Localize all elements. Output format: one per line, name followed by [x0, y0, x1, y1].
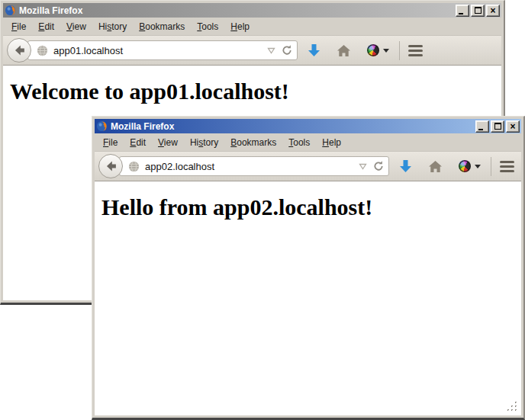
- back-button[interactable]: [7, 38, 31, 63]
- menu-help[interactable]: Help: [224, 19, 256, 34]
- navigation-toolbar: app01.localhost: [3, 35, 501, 66]
- minimize-button[interactable]: [456, 5, 469, 17]
- download-icon[interactable]: [399, 159, 412, 173]
- menu-edit[interactable]: Edit: [124, 135, 152, 150]
- chevron-down-icon: [383, 49, 389, 53]
- window-title: Mozilla Firefox: [19, 5, 454, 16]
- firefox-icon: [96, 120, 108, 132]
- page-heading: Welcome to app01.localhost!: [10, 79, 501, 104]
- menu-view[interactable]: View: [152, 135, 184, 150]
- menu-icon[interactable]: [500, 161, 514, 172]
- resize-grip[interactable]: [507, 402, 518, 412]
- back-arrow-icon: [11, 42, 27, 59]
- urlbar-dropdown-icon[interactable]: [267, 47, 275, 54]
- titlebar[interactable]: Mozilla Firefox ×: [3, 3, 501, 18]
- reload-icon[interactable]: [281, 44, 293, 56]
- window-title: Mozilla Firefox: [111, 121, 474, 132]
- close-icon: ×: [510, 123, 515, 130]
- page-heading: Hello from app02.localhost!: [101, 194, 521, 220]
- minimize-button[interactable]: [475, 120, 489, 133]
- chevron-down-icon: [475, 165, 481, 168]
- search-engine-button[interactable]: [367, 44, 389, 56]
- menu-tools[interactable]: Tools: [282, 135, 316, 150]
- menu-bar: FileEditViewHistoryBookmarksToolsHelp: [3, 18, 501, 35]
- titlebar[interactable]: Mozilla Firefox ×: [95, 119, 521, 133]
- back-button[interactable]: [98, 154, 123, 178]
- url-input[interactable]: app01.localhost: [53, 45, 267, 56]
- menu-bookmarks[interactable]: Bookmarks: [133, 19, 191, 34]
- menu-history[interactable]: History: [92, 19, 133, 34]
- navigation-toolbar: app02.localhost: [95, 151, 521, 181]
- search-engine-icon: [459, 160, 471, 172]
- minimize-icon: [478, 129, 483, 130]
- menu-view[interactable]: View: [60, 19, 92, 34]
- menu-file[interactable]: File: [5, 19, 32, 34]
- search-engine-icon: [367, 44, 379, 56]
- globe-icon: [37, 45, 48, 56]
- menu-edit[interactable]: Edit: [32, 19, 60, 34]
- menu-bookmarks[interactable]: Bookmarks: [224, 135, 282, 150]
- maximize-icon: [494, 123, 501, 130]
- search-engine-button[interactable]: [459, 160, 481, 172]
- close-button[interactable]: ×: [506, 120, 520, 133]
- firefox-icon: [5, 5, 16, 16]
- reload-icon[interactable]: [372, 160, 385, 172]
- home-icon[interactable]: [428, 160, 443, 173]
- url-input[interactable]: app02.localhost: [145, 161, 359, 172]
- globe-icon: [128, 161, 140, 172]
- download-icon[interactable]: [308, 43, 320, 57]
- browser-window-app02[interactable]: Mozilla Firefox × FileEditViewHistoryBoo…: [92, 116, 525, 420]
- maximize-icon: [475, 7, 482, 14]
- maximize-button[interactable]: [491, 120, 504, 133]
- menu-help[interactable]: Help: [316, 135, 347, 150]
- maximize-button[interactable]: [471, 5, 485, 17]
- location-bar[interactable]: app01.localhost: [27, 40, 298, 60]
- close-icon: ×: [490, 7, 495, 14]
- menu-history[interactable]: History: [184, 135, 224, 150]
- urlbar-dropdown-icon[interactable]: [359, 163, 367, 170]
- minimize-icon: [459, 13, 463, 14]
- menu-icon[interactable]: [408, 45, 423, 56]
- menu-bar: FileEditViewHistoryBookmarksToolsHelp: [95, 133, 521, 151]
- page-content: Hello from app02.localhost!: [95, 181, 521, 415]
- back-arrow-icon: [102, 158, 119, 175]
- home-icon[interactable]: [337, 44, 351, 57]
- menu-file[interactable]: File: [97, 135, 124, 150]
- toolbar-separator: [491, 157, 491, 176]
- toolbar-separator: [399, 41, 400, 60]
- close-button[interactable]: ×: [486, 5, 500, 17]
- menu-tools[interactable]: Tools: [191, 19, 224, 34]
- location-bar[interactable]: app02.localhost: [119, 156, 389, 176]
